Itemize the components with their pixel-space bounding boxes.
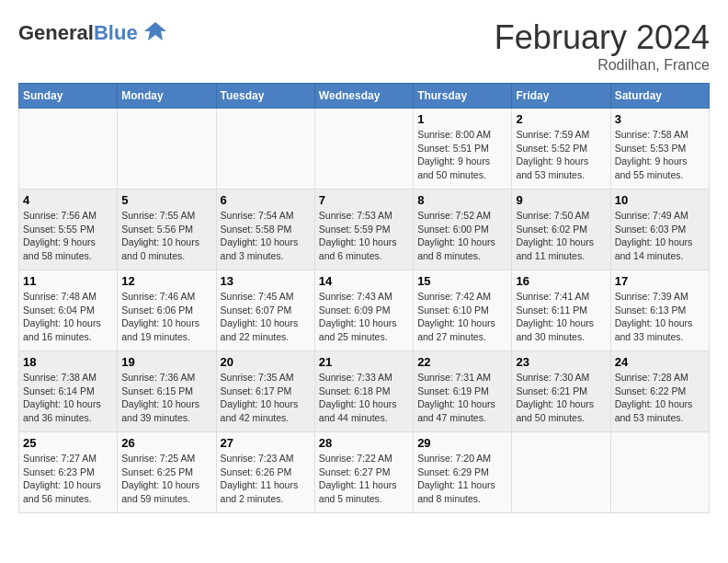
calendar-cell: 11Sunrise: 7:48 AM Sunset: 6:04 PM Dayli…	[19, 270, 118, 351]
day-number: 12	[121, 274, 211, 288]
day-number: 15	[417, 274, 507, 288]
day-number: 17	[615, 274, 705, 288]
day-number: 7	[319, 193, 409, 207]
day-number: 18	[23, 355, 113, 369]
day-number: 10	[615, 193, 705, 207]
calendar-cell: 24Sunrise: 7:28 AM Sunset: 6:22 PM Dayli…	[610, 351, 709, 432]
logo-bird-icon	[142, 18, 168, 48]
day-number: 25	[23, 436, 113, 450]
col-header-wednesday: Wednesday	[314, 84, 413, 109]
calendar-cell: 7Sunrise: 7:53 AM Sunset: 5:59 PM Daylig…	[314, 190, 413, 270]
calendar-cell: 5Sunrise: 7:55 AM Sunset: 5:56 PM Daylig…	[118, 190, 216, 270]
week-row-4: 18Sunrise: 7:38 AM Sunset: 6:14 PM Dayli…	[19, 351, 710, 432]
day-number: 20	[221, 355, 311, 369]
day-info: Sunrise: 7:28 AM Sunset: 6:22 PM Dayligh…	[615, 371, 705, 425]
day-number: 3	[615, 112, 705, 126]
calendar-header-row: SundayMondayTuesdayWednesdayThursdayFrid…	[19, 84, 710, 109]
day-number: 27	[221, 436, 311, 450]
day-info: Sunrise: 7:38 AM Sunset: 6:14 PM Dayligh…	[23, 371, 113, 425]
calendar-cell: 22Sunrise: 7:31 AM Sunset: 6:19 PM Dayli…	[414, 351, 512, 432]
location-title: Rodilhan, France	[495, 57, 710, 74]
logo: GeneralBlue	[18, 18, 168, 48]
page-header: GeneralBlue February 2024 Rodilhan, Fran…	[18, 18, 710, 74]
calendar-cell: 14Sunrise: 7:43 AM Sunset: 6:09 PM Dayli…	[314, 270, 413, 351]
calendar-table: SundayMondayTuesdayWednesdayThursdayFrid…	[18, 83, 710, 513]
day-info: Sunrise: 7:52 AM Sunset: 6:00 PM Dayligh…	[417, 209, 507, 263]
calendar-cell: 10Sunrise: 7:49 AM Sunset: 6:03 PM Dayli…	[610, 190, 709, 270]
calendar-cell: 27Sunrise: 7:23 AM Sunset: 6:26 PM Dayli…	[216, 432, 314, 513]
day-info: Sunrise: 7:50 AM Sunset: 6:02 PM Dayligh…	[516, 209, 606, 263]
day-info: Sunrise: 7:59 AM Sunset: 5:52 PM Dayligh…	[516, 128, 606, 182]
col-header-sunday: Sunday	[19, 84, 118, 109]
calendar-cell: 20Sunrise: 7:35 AM Sunset: 6:17 PM Dayli…	[216, 351, 314, 432]
day-number: 2	[516, 112, 606, 126]
day-number: 4	[23, 193, 113, 207]
calendar-cell: 23Sunrise: 7:30 AM Sunset: 6:21 PM Dayli…	[512, 351, 610, 432]
week-row-5: 25Sunrise: 7:27 AM Sunset: 6:23 PM Dayli…	[19, 432, 710, 513]
calendar-cell	[512, 432, 610, 513]
calendar-cell: 2Sunrise: 7:59 AM Sunset: 5:52 PM Daylig…	[512, 109, 610, 190]
day-info: Sunrise: 7:56 AM Sunset: 5:55 PM Dayligh…	[23, 209, 113, 263]
calendar-cell: 6Sunrise: 7:54 AM Sunset: 5:58 PM Daylig…	[216, 190, 314, 270]
calendar-cell: 17Sunrise: 7:39 AM Sunset: 6:13 PM Dayli…	[610, 270, 709, 351]
day-info: Sunrise: 7:22 AM Sunset: 6:27 PM Dayligh…	[319, 452, 409, 506]
day-number: 13	[221, 274, 311, 288]
title-area: February 2024 Rodilhan, France	[495, 18, 710, 74]
day-info: Sunrise: 8:00 AM Sunset: 5:51 PM Dayligh…	[417, 128, 507, 182]
day-info: Sunrise: 7:48 AM Sunset: 6:04 PM Dayligh…	[23, 290, 113, 344]
day-number: 24	[615, 355, 705, 369]
day-info: Sunrise: 7:35 AM Sunset: 6:17 PM Dayligh…	[221, 371, 311, 425]
day-info: Sunrise: 7:30 AM Sunset: 6:21 PM Dayligh…	[516, 371, 606, 425]
day-number: 19	[121, 355, 211, 369]
calendar-cell: 18Sunrise: 7:38 AM Sunset: 6:14 PM Dayli…	[19, 351, 118, 432]
day-number: 26	[121, 436, 211, 450]
day-number: 16	[516, 274, 606, 288]
day-info: Sunrise: 7:46 AM Sunset: 6:06 PM Dayligh…	[121, 290, 211, 344]
col-header-thursday: Thursday	[414, 84, 512, 109]
day-info: Sunrise: 7:39 AM Sunset: 6:13 PM Dayligh…	[615, 290, 705, 344]
calendar-cell: 8Sunrise: 7:52 AM Sunset: 6:00 PM Daylig…	[414, 190, 512, 270]
day-info: Sunrise: 7:33 AM Sunset: 6:18 PM Dayligh…	[319, 371, 409, 425]
day-info: Sunrise: 7:58 AM Sunset: 5:53 PM Dayligh…	[615, 128, 705, 182]
day-info: Sunrise: 7:54 AM Sunset: 5:58 PM Dayligh…	[221, 209, 311, 263]
day-info: Sunrise: 7:25 AM Sunset: 6:25 PM Dayligh…	[121, 452, 211, 506]
calendar-cell	[118, 109, 216, 190]
day-number: 21	[319, 355, 409, 369]
calendar-cell: 25Sunrise: 7:27 AM Sunset: 6:23 PM Dayli…	[19, 432, 118, 513]
day-number: 28	[319, 436, 409, 450]
day-number: 9	[516, 193, 606, 207]
day-info: Sunrise: 7:42 AM Sunset: 6:10 PM Dayligh…	[417, 290, 507, 344]
day-info: Sunrise: 7:27 AM Sunset: 6:23 PM Dayligh…	[23, 452, 113, 506]
col-header-friday: Friday	[512, 84, 610, 109]
day-info: Sunrise: 7:49 AM Sunset: 6:03 PM Dayligh…	[615, 209, 705, 263]
day-number: 23	[516, 355, 606, 369]
day-info: Sunrise: 7:55 AM Sunset: 5:56 PM Dayligh…	[121, 209, 211, 263]
day-number: 6	[221, 193, 311, 207]
week-row-3: 11Sunrise: 7:48 AM Sunset: 6:04 PM Dayli…	[19, 270, 710, 351]
week-row-2: 4Sunrise: 7:56 AM Sunset: 5:55 PM Daylig…	[19, 190, 710, 270]
col-header-saturday: Saturday	[610, 84, 709, 109]
day-info: Sunrise: 7:41 AM Sunset: 6:11 PM Dayligh…	[516, 290, 606, 344]
calendar-cell: 16Sunrise: 7:41 AM Sunset: 6:11 PM Dayli…	[512, 270, 610, 351]
calendar-cell: 26Sunrise: 7:25 AM Sunset: 6:25 PM Dayli…	[118, 432, 216, 513]
calendar-cell: 19Sunrise: 7:36 AM Sunset: 6:15 PM Dayli…	[118, 351, 216, 432]
day-info: Sunrise: 7:45 AM Sunset: 6:07 PM Dayligh…	[221, 290, 311, 344]
day-number: 14	[319, 274, 409, 288]
calendar-cell: 15Sunrise: 7:42 AM Sunset: 6:10 PM Dayli…	[414, 270, 512, 351]
col-header-monday: Monday	[118, 84, 216, 109]
day-number: 8	[417, 193, 507, 207]
calendar-cell	[216, 109, 314, 190]
calendar-cell: 21Sunrise: 7:33 AM Sunset: 6:18 PM Dayli…	[314, 351, 413, 432]
logo-text: GeneralBlue	[18, 21, 138, 45]
day-number: 1	[417, 112, 507, 126]
col-header-tuesday: Tuesday	[216, 84, 314, 109]
day-info: Sunrise: 7:31 AM Sunset: 6:19 PM Dayligh…	[417, 371, 507, 425]
calendar-cell: 29Sunrise: 7:20 AM Sunset: 6:29 PM Dayli…	[414, 432, 512, 513]
day-number: 22	[417, 355, 507, 369]
calendar-cell: 28Sunrise: 7:22 AM Sunset: 6:27 PM Dayli…	[314, 432, 413, 513]
day-number: 11	[23, 274, 113, 288]
calendar-cell	[610, 432, 709, 513]
calendar-cell: 9Sunrise: 7:50 AM Sunset: 6:02 PM Daylig…	[512, 190, 610, 270]
day-info: Sunrise: 7:36 AM Sunset: 6:15 PM Dayligh…	[121, 371, 211, 425]
day-info: Sunrise: 7:20 AM Sunset: 6:29 PM Dayligh…	[417, 452, 507, 506]
